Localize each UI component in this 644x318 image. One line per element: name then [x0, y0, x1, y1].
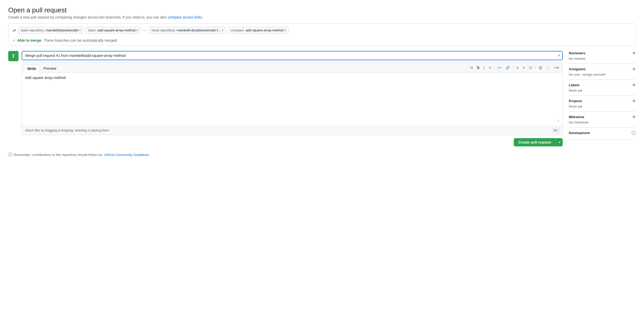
- toolbar-italic-btn[interactable]: I: [482, 65, 486, 71]
- toolbar-link-btn[interactable]: 🔗: [504, 65, 511, 71]
- editor-tabs-bar: Write Preview H B I ≡ <> 🔗 ≡ ≡: [22, 63, 562, 73]
- sidebar-labels-header: Labels ⚙: [569, 83, 636, 87]
- create-pr-dropdown-button[interactable]: ▾: [556, 138, 563, 146]
- compare-value: add-square-array-method: [246, 28, 283, 32]
- toolbar-code-btn[interactable]: <>: [496, 65, 503, 71]
- milestone-title: Milestone: [569, 115, 584, 119]
- toolbar-bold-btn[interactable]: B: [475, 65, 481, 71]
- community-guidelines-link[interactable]: GitHub Community Guidelines: [104, 153, 149, 157]
- sidebar-assignees-section: Assignees ⚙ No one—assign yourself: [569, 64, 636, 80]
- base-branch-chevron-icon: ▾: [136, 29, 138, 32]
- sidebar-reviewers-section: Reviewers ⚙ No reviews: [569, 51, 636, 64]
- base-repo-select[interactable]: base repository: mambelli/planetsmath ▾: [18, 27, 83, 34]
- labels-title: Labels: [569, 83, 579, 87]
- head-repo-label: head repository:: [152, 28, 176, 32]
- toolbar-heading-btn[interactable]: H: [469, 65, 474, 71]
- compare-arrows-icon: ⇄: [13, 28, 16, 33]
- toolbar-separator-3: [535, 66, 536, 70]
- compare-forks-link[interactable]: compare across forks.: [168, 15, 203, 19]
- markdown-icon: MD: [552, 128, 559, 133]
- editor-row: T × Write Preview H B I ≡: [8, 51, 563, 146]
- projects-title: Projects: [569, 99, 582, 103]
- toolbar-task-btn[interactable]: ☑: [527, 65, 534, 71]
- toolbar-bullets-btn[interactable]: ≡: [515, 65, 520, 71]
- labels-value: None yet: [569, 89, 636, 92]
- sidebar-assignees-header: Assignees ⚙: [569, 67, 636, 71]
- compare-chevron-icon: ▾: [285, 29, 286, 32]
- merge-status-bold: Able to merge.: [17, 38, 42, 42]
- merge-status: ✓ Able to merge. These branches can be a…: [13, 38, 631, 42]
- avatar: T: [8, 51, 19, 61]
- sidebar-projects-header: Projects ⚙: [569, 99, 636, 103]
- pr-title-input[interactable]: [22, 51, 563, 60]
- editor-toolbar: H B I ≡ <> 🔗 ≡ ≡ ☑ @: [469, 65, 560, 72]
- projects-value: None yet: [569, 104, 636, 108]
- page-subtitle: Create a new pull request by comparing c…: [8, 15, 636, 19]
- pr-body-textarea[interactable]: Add square array method: [25, 76, 559, 122]
- toolbar-ref-btn[interactable]: ⬚: [545, 65, 551, 71]
- footer-end: .: [151, 153, 152, 157]
- sidebar-projects-section: Projects ⚙ None yet: [569, 96, 636, 112]
- editor-container: Write Preview H B I ≡ <> 🔗 ≡ ≡: [22, 62, 563, 135]
- development-title: Development: [569, 131, 590, 135]
- projects-gear-icon[interactable]: ⚙: [632, 99, 636, 103]
- compare-label: compare:: [231, 28, 245, 32]
- milestone-gear-icon[interactable]: ⚙: [632, 115, 636, 119]
- base-repo-value: mambelli/planetsmath: [46, 28, 78, 32]
- toolbar-ordered-btn[interactable]: ≡: [521, 65, 526, 71]
- footer-text: Remember, contributions to this reposito…: [14, 153, 103, 157]
- base-branch-select[interactable]: base: add-square-array-method ▾: [85, 27, 141, 34]
- reviewers-title: Reviewers: [569, 51, 585, 55]
- title-input-wrapper: ×: [22, 51, 563, 60]
- toolbar-mention-btn[interactable]: @: [537, 65, 544, 71]
- sidebar-milestone-header: Milestone ⚙: [569, 115, 636, 119]
- base-branch-value: add-square-array-method: [98, 28, 135, 32]
- page-footer: i Remember, contributions to this reposi…: [8, 153, 563, 157]
- toolbar-separator-2: [513, 66, 513, 70]
- subtitle-text: Create a new pull request by comparing c…: [8, 15, 167, 19]
- pr-actions: Create pull request ▾: [22, 138, 563, 146]
- head-repo-chevron-icon: ▾: [222, 29, 223, 32]
- avatar-letter: T: [12, 54, 15, 59]
- head-repo-value: mambelli-doc/planetsmath-f...: [177, 28, 221, 32]
- base-repo-label: base repository:: [21, 28, 45, 32]
- development-info-icon[interactable]: i: [632, 131, 636, 135]
- editor-footer: Attach files by dragging & dropping, sel…: [22, 126, 562, 135]
- tab-preview[interactable]: Preview: [40, 65, 60, 72]
- attach-files-text: Attach files by dragging & dropping, sel…: [25, 129, 110, 132]
- assignees-value: No one—assign yourself: [569, 73, 636, 76]
- editor-body: Add square array method: [22, 73, 562, 126]
- arrow-left-icon: ←: [143, 28, 147, 33]
- title-clear-icon[interactable]: ×: [558, 53, 560, 58]
- left-column: T × Write Preview H B I ≡: [8, 51, 563, 157]
- create-pr-button[interactable]: Create pull request: [514, 138, 556, 146]
- toolbar-undo-btn[interactable]: ↩▾: [552, 65, 560, 71]
- page-title: Open a pull request: [8, 6, 636, 14]
- info-icon: i: [8, 153, 12, 157]
- sidebar-milestone-section: Milestone ⚙ No milestone: [569, 112, 636, 128]
- compare-branch-select[interactable]: compare: add-square-array-method ▾: [228, 27, 289, 34]
- base-branch-label: base:: [88, 28, 97, 32]
- right-sidebar: Reviewers ⚙ No reviews Assignees ⚙ No on…: [569, 51, 636, 140]
- reviewers-value: No reviews: [569, 57, 636, 60]
- toolbar-strikethrough-btn[interactable]: ≡: [487, 65, 492, 71]
- base-repo-chevron-icon: ▾: [79, 29, 81, 32]
- head-repo-select[interactable]: head repository: mambelli-doc/planetsmat…: [149, 27, 226, 34]
- main-layout: T × Write Preview H B I ≡: [8, 51, 636, 157]
- check-icon: ✓: [13, 38, 16, 42]
- reviewers-gear-icon[interactable]: ⚙: [632, 51, 636, 55]
- labels-gear-icon[interactable]: ⚙: [632, 83, 636, 87]
- merge-status-text: These branches can be automatically merg…: [44, 38, 118, 42]
- sidebar-labels-section: Labels ⚙ None yet: [569, 80, 636, 96]
- form-area: × Write Preview H B I ≡ <> 🔗: [22, 51, 563, 146]
- sidebar-reviewers-header: Reviewers ⚙: [569, 51, 636, 55]
- toolbar-separator-1: [494, 66, 494, 70]
- sidebar-development-header: Development i: [569, 131, 636, 135]
- assignees-gear-icon[interactable]: ⚙: [632, 67, 636, 71]
- sidebar-development-section: Development i: [569, 128, 636, 140]
- assignees-title: Assignees: [569, 67, 586, 71]
- branch-bar: ⇄ base repository: mambelli/planetsmath …: [8, 23, 636, 46]
- milestone-value: No milestone: [569, 120, 636, 124]
- tab-write[interactable]: Write: [24, 65, 40, 73]
